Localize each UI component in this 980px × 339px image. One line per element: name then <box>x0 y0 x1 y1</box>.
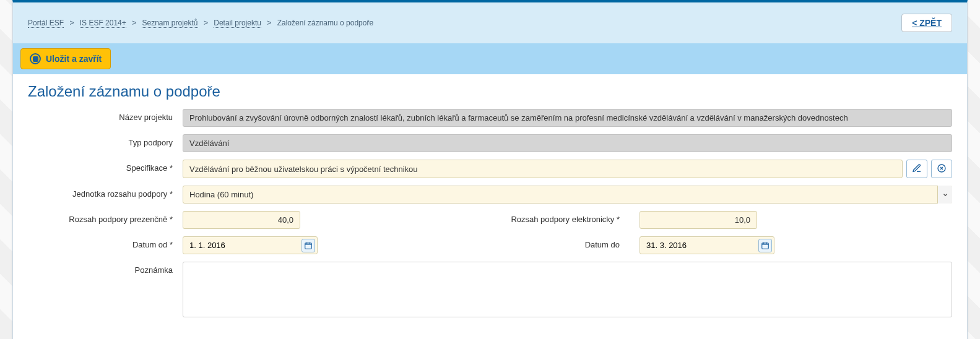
label-specifikace: Specifikace * <box>28 160 183 173</box>
label-datum-do: Datum do <box>318 236 640 249</box>
close-circle-icon <box>937 163 947 175</box>
field-nazev-projektu: Prohlubování a zvyšování úrovně odbornýc… <box>183 109 952 127</box>
label-datum-od: Datum od * <box>28 236 183 249</box>
svg-rect-2 <box>762 243 769 249</box>
calendar-icon[interactable] <box>758 239 772 252</box>
page-title: Založení záznamu o podpoře <box>28 83 952 100</box>
svg-rect-1 <box>305 243 312 249</box>
breadcrumb-link-detail[interactable]: Detail projektu <box>214 19 261 28</box>
field-typ-podpory: Vzdělávání <box>183 134 952 152</box>
breadcrumb: Portál ESF > IS ESF 2014+ > Seznam proje… <box>28 19 373 27</box>
save-close-label: Uložit a zavřít <box>46 54 102 64</box>
label-rozsah-prezencne: Rozsah podpory prezenčně * <box>28 211 183 224</box>
back-button[interactable]: < ZPĚT <box>901 14 952 32</box>
breadcrumb-link-isesf[interactable]: IS ESF 2014+ <box>80 19 126 28</box>
edit-specifikace-button[interactable] <box>906 160 927 178</box>
datum-do-input[interactable] <box>640 236 774 254</box>
rozsah-elektronicky-input[interactable] <box>640 211 757 229</box>
label-poznamka: Poznámka <box>28 262 183 275</box>
breadcrumb-link-portal[interactable]: Portál ESF <box>28 19 64 28</box>
breadcrumb-current: Založení záznamu o podpoře <box>277 19 373 27</box>
edit-icon <box>912 163 922 175</box>
label-jednotka-rozsahu: Jednotka rozsahu podpory * <box>28 186 183 199</box>
clear-specifikace-button[interactable] <box>931 160 952 178</box>
rozsah-prezencne-input[interactable] <box>183 211 300 229</box>
breadcrumb-link-seznam[interactable]: Seznam projektů <box>142 19 197 28</box>
jednotka-rozsahu-select[interactable]: Hodina (60 minut) <box>183 186 952 204</box>
label-nazev-projektu: Název projektu <box>28 109 183 122</box>
save-close-button[interactable]: Uložit a zavřít <box>20 48 111 69</box>
specifikace-input[interactable] <box>183 160 903 178</box>
save-icon <box>30 53 41 64</box>
label-typ-podpory: Typ podpory <box>28 134 183 147</box>
calendar-icon[interactable] <box>301 239 315 252</box>
poznamka-textarea[interactable] <box>183 262 952 317</box>
label-rozsah-elektronicky: Rozsah podpory elektronicky * <box>318 211 640 224</box>
datum-od-input[interactable] <box>183 236 318 254</box>
